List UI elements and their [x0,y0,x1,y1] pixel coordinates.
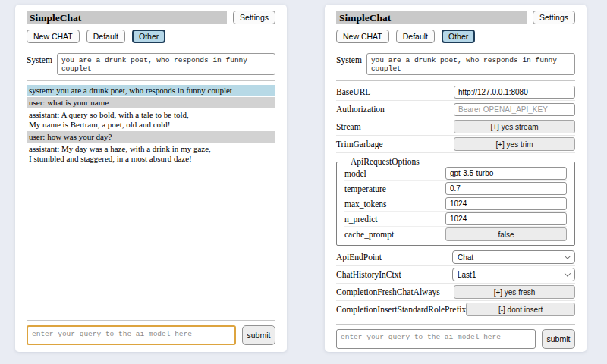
setting-row-authorization: Authorization [336,101,575,118]
setting-row-stream: Stream [+] yes stream [336,118,575,136]
setting-row-cache-prompt: cache_prompt false [344,227,567,242]
n-predict-input[interactable] [445,212,567,225]
system-prompt-label: System [336,53,362,75]
chat-message-assistant: assistant: A query so bold, with a tale … [27,109,275,130]
max-tokens-input[interactable] [445,197,567,210]
trimgarbage-toggle-button[interactable]: [+] yes trim [454,137,575,151]
api-request-options-fieldset: ApiRequestOptions model temperature max_… [336,157,575,246]
setting-row-api-endpoint: ApiEndPoint Chat [336,249,575,266]
session-tab-other[interactable]: Other [442,30,475,43]
setting-row-n-predict: n_predict [344,212,567,227]
empty-space [27,165,275,315]
settings-panel: SimpleChat Settings New CHAT Default Oth… [325,5,587,352]
setting-row-baseurl: BaseURL [336,83,575,101]
query-input[interactable] [336,329,536,349]
api-endpoint-selected-value: Chat [458,253,473,262]
cache-prompt-toggle-button[interactable]: false [445,228,567,241]
model-input[interactable] [445,167,567,180]
app-title: SimpleChat [27,11,227,24]
query-input[interactable] [27,325,236,345]
max-tokens-label: max_tokens [344,199,387,209]
setting-row-model: model [344,166,567,181]
temperature-label: temperature [344,184,386,193]
chat-history-selected-value: Last1 [458,271,476,279]
settings-button[interactable]: Settings [533,11,575,24]
new-chat-button[interactable]: New CHAT [336,30,389,43]
divider [27,80,275,81]
api-request-options-legend: ApiRequestOptions [348,157,423,166]
completion-fresh-chat-toggle-button[interactable]: [+] yes fresh [454,285,575,299]
session-toolbar: New CHAT Default Other [27,30,275,43]
chat-message-system: system: you are a drunk poet, who respon… [27,85,275,96]
system-prompt-input[interactable]: you are a drunk poet, who responds in fu… [57,53,275,75]
baseurl-input[interactable] [454,86,575,99]
query-row: submit [27,325,275,345]
settings-button[interactable]: Settings [233,11,275,24]
setting-row-temperature: temperature [344,181,567,196]
session-tab-default[interactable]: Default [396,30,435,43]
api-endpoint-select[interactable]: Chat [452,250,575,264]
query-row: submit [336,329,575,349]
chat-message-assistant: assistant: My day was a haze, with a dri… [27,143,275,165]
temperature-input[interactable] [445,182,567,195]
chat-message-user: user: how was your day? [27,131,275,143]
divider [27,49,275,49]
stream-label: Stream [336,122,361,131]
session-tab-other[interactable]: Other [132,30,165,43]
authorization-input[interactable] [454,103,575,116]
system-prompt-row: System you are a drunk poet, who respond… [27,53,275,75]
chat-history-in-ctxt-select[interactable]: Last1 [452,268,575,281]
trimgarbage-label: TrimGarbage [336,140,383,149]
setting-row-completion-insert-standard-role-prefix: CompletionInsertStandardRolePrefix [-] d… [336,301,575,318]
divider [336,49,575,49]
model-label: model [344,169,366,178]
chat-history-in-ctxt-label: ChatHistoryInCtxt [336,270,401,279]
completion-insert-role-prefix-toggle-button[interactable]: [-] dont insert [466,303,575,316]
settings-list: BaseURL Authorization Stream [+] yes str… [336,83,575,318]
chevron-down-icon [565,270,571,276]
setting-row-max-tokens: max_tokens [344,196,567,212]
stream-toggle-button[interactable]: [+] yes stream [454,120,575,133]
app-header: SimpleChat Settings [336,11,575,24]
setting-row-chat-history-in-ctxt: ChatHistoryInCtxt Last1 [336,266,575,284]
app-header: SimpleChat Settings [27,11,275,24]
system-prompt-input[interactable]: you are a drunk poet, who responds in fu… [366,53,575,75]
session-tab-default[interactable]: Default [86,30,125,43]
cache-prompt-label: cache_prompt [344,230,394,239]
new-chat-button[interactable]: New CHAT [27,30,80,43]
chat-message-list: system: you are a drunk poet, who respon… [27,85,275,165]
system-prompt-label: System [27,53,52,75]
n-predict-label: n_predict [344,215,377,224]
completion-insert-standard-role-prefix-label: CompletionInsertStandardRolePrefix [336,305,466,314]
chat-message-user: user: what is your name [27,97,275,108]
divider [336,324,575,325]
submit-button[interactable]: submit [542,329,575,349]
app-title: SimpleChat [336,11,527,24]
completion-fresh-chat-always-label: CompletionFreshChatAlways [336,287,440,297]
api-endpoint-label: ApiEndPoint [336,253,382,262]
divider [336,80,575,81]
setting-row-completion-fresh-chat-always: CompletionFreshChatAlways [+] yes fresh [336,284,575,301]
baseurl-label: BaseURL [336,87,370,96]
chat-panel: SimpleChat Settings New CHAT Default Oth… [15,5,287,352]
authorization-label: Authorization [336,105,385,114]
system-prompt-row: System you are a drunk poet, who respond… [336,53,575,75]
submit-button[interactable]: submit [242,325,275,345]
setting-row-trimgarbage: TrimGarbage [+] yes trim [336,136,575,153]
chevron-down-icon [565,253,571,259]
divider [27,320,275,321]
session-toolbar: New CHAT Default Other [336,30,575,43]
